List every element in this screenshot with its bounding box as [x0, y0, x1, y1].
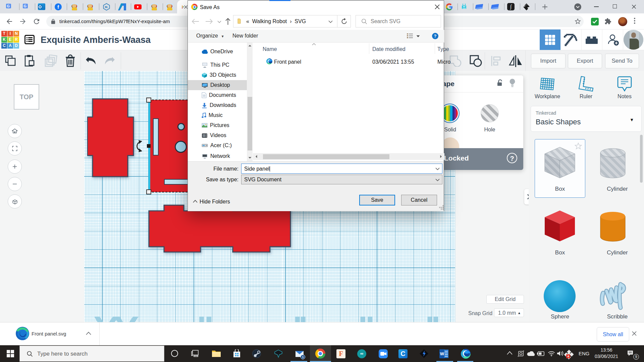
svg-text:M.: M. [105, 5, 108, 9]
svg-text:DUM: DUM [463, 8, 466, 9]
